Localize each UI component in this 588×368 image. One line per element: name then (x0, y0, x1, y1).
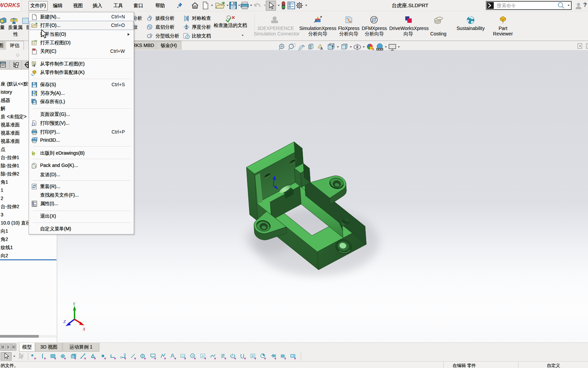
svg-text:X: X (82, 326, 86, 332)
svg-text:A: A (320, 46, 323, 50)
svg-text:e: e (32, 150, 35, 156)
svg-text:?: ? (187, 35, 189, 39)
svg-text:Z: Z (63, 319, 66, 324)
svg-text:N: N (192, 354, 194, 357)
svg-text:Y: Y (73, 302, 76, 306)
svg-text:3D: 3D (35, 137, 38, 140)
